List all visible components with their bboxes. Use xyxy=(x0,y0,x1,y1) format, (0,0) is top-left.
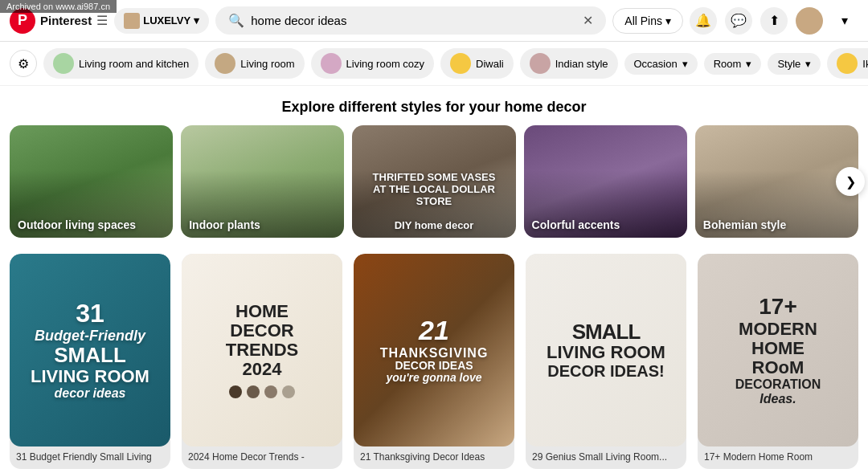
styles-next-button[interactable]: ❯ xyxy=(836,167,865,196)
pin-title-1: 31 Budget Friendly Small Living xyxy=(10,446,170,469)
pin-overlay-4: SMALL LIVING ROOM DECOR IDEAS! xyxy=(526,254,686,446)
chip-label: Living room cozy xyxy=(346,58,425,70)
style-card-colorful[interactable]: Colorful accents xyxy=(524,125,687,238)
pin-card-5[interactable]: 17+ MODERN HOME ROoM DECORATION Ideas. 1… xyxy=(698,254,858,469)
pin-title-4: 29 Genius Small Living Room... xyxy=(526,446,686,469)
filter-chip-room[interactable]: Room ▾ xyxy=(704,53,762,75)
all-pins-button[interactable]: All Pins ▾ xyxy=(612,8,683,34)
filter-chip-living-room-cozy[interactable]: Living room cozy xyxy=(311,48,435,79)
notifications-button[interactable]: 🔔 xyxy=(690,7,717,35)
swatch-1 xyxy=(229,385,242,398)
chip-img-indian-style xyxy=(530,53,551,74)
style-card-bohemian[interactable]: Bohemian style xyxy=(695,125,858,238)
pin-card-2[interactable]: HOME DECOR TRENDS 2024 2024 Home Decor T… xyxy=(182,254,342,469)
search-bar: 🔍 ✕ xyxy=(215,6,606,35)
pin-image-1: 31 Budget-Friendly SMALL LIVING ROOM dec… xyxy=(10,254,170,446)
hamburger-icon[interactable]: ☰ xyxy=(96,13,108,28)
chip-img-living-room-kitchen xyxy=(53,53,74,74)
chip-label: Room xyxy=(714,58,742,70)
style-card-label: Bohemian style xyxy=(703,218,786,231)
search-input[interactable] xyxy=(251,14,576,27)
pin-title-2: 2024 Home Decor Trends - xyxy=(182,446,342,469)
pin-column-4: SMALL LIVING ROOM DECOR IDEAS! 29 Genius… xyxy=(526,254,686,469)
style-card-diy[interactable]: THRIFTED SOME VASESAT THE LOCAL DOLLARST… xyxy=(352,125,515,238)
filter-chip-ikea[interactable]: Ikea xyxy=(827,48,868,79)
swatch-4 xyxy=(282,385,295,398)
pin-overlay-2: HOME DECOR TRENDS 2024 xyxy=(182,254,342,446)
filter-chip-occasion[interactable]: Occasion ▾ xyxy=(624,53,698,75)
swatch-3 xyxy=(264,385,277,398)
chip-label: Ikea xyxy=(862,58,868,70)
style-card-outdoor[interactable]: Outdoor living spaces xyxy=(10,125,173,238)
filter-chip-living-room-kitchen[interactable]: Living room and kitchen xyxy=(43,48,199,79)
archived-banner: Archived on www.ai987.cn xyxy=(0,0,117,13)
chip-label: Living room and kitchen xyxy=(79,58,189,70)
search-clear-icon[interactable]: ✕ xyxy=(583,13,593,28)
chip-img-living-room-cozy xyxy=(321,53,342,74)
avatar[interactable] xyxy=(796,7,823,35)
chevron-down-icon: ▾ xyxy=(682,58,688,70)
style-card-label: THRIFTED SOME VASESAT THE LOCAL DOLLARST… xyxy=(352,171,515,231)
pin-title-5: 17+ Modern Home Room xyxy=(698,446,858,469)
filter-chip-style[interactable]: Style ▾ xyxy=(768,53,821,75)
messages-button[interactable]: 💬 xyxy=(725,7,752,35)
topbar-icons: 🔔 💬 ⬆ ▾ xyxy=(690,7,858,35)
pin-card-1[interactable]: 31 Budget-Friendly SMALL LIVING ROOM dec… xyxy=(10,254,170,469)
styles-row: Outdoor living spaces Indoor plants THRI… xyxy=(10,125,858,238)
pin-overlay-1: 31 Budget-Friendly SMALL LIVING ROOM dec… xyxy=(10,254,170,446)
chip-label: Style xyxy=(777,58,800,70)
pin-column-3: 21 THANKSGIVING DECOR IDEAS you're gonna… xyxy=(354,254,514,469)
style-card-plants[interactable]: Indoor plants xyxy=(181,125,344,238)
chip-img-living-room xyxy=(215,53,235,74)
chevron-down-icon: ▾ xyxy=(805,58,811,70)
pin-grid: 31 Budget-Friendly SMALL LIVING ROOM dec… xyxy=(10,254,858,469)
filter-settings-button[interactable]: ⚙ xyxy=(10,50,37,77)
filter-chip-diwali[interactable]: Diwali xyxy=(440,48,514,79)
chip-img-diwali xyxy=(450,53,471,74)
pin-column-5: 17+ MODERN HOME ROoM DECORATION Ideas. 1… xyxy=(698,254,858,469)
filter-chip-living-room[interactable]: Living room xyxy=(205,48,304,79)
upload-button[interactable]: ⬆ xyxy=(760,7,788,35)
pin-title-3: 21 Thanksgiving Decor Ideas xyxy=(354,446,514,469)
chip-label: Indian style xyxy=(555,58,608,70)
search-icon: 🔍 xyxy=(228,13,244,28)
style-card-label: Outdoor living spaces xyxy=(18,218,136,231)
main-content: Explore different styles for your home d… xyxy=(0,86,868,469)
section-title: Explore different styles for your home d… xyxy=(10,86,858,125)
pin-image-3: 21 THANKSGIVING DECOR IDEAS you're gonna… xyxy=(354,254,514,446)
filter-chip-indian-style[interactable]: Indian style xyxy=(520,48,618,79)
style-card-label: Colorful accents xyxy=(532,218,620,231)
chip-label: Living room xyxy=(240,58,294,70)
pin-image-2: HOME DECOR TRENDS 2024 xyxy=(182,254,342,446)
pin-column-1: 31 Budget-Friendly SMALL LIVING ROOM dec… xyxy=(10,254,170,469)
style-card-label: Indoor plants xyxy=(189,218,260,231)
pin-image-4: SMALL LIVING ROOM DECOR IDEAS! xyxy=(526,254,686,446)
pin-column-2: HOME DECOR TRENDS 2024 2024 Home Decor T… xyxy=(182,254,342,469)
pin-image-5: 17+ MODERN HOME ROoM DECORATION Ideas. xyxy=(698,254,858,446)
topbar: P Pinterest ☰ LUXELVY ▾ 🔍 ✕ All Pins ▾ 🔔… xyxy=(0,0,868,42)
chip-label: Diwali xyxy=(476,58,504,70)
swatch-2 xyxy=(247,385,260,398)
pin-overlay-3: 21 THANKSGIVING DECOR IDEAS you're gonna… xyxy=(354,254,514,446)
chip-label: Occasion xyxy=(634,58,678,70)
account-menu-button[interactable]: ▾ xyxy=(831,7,858,35)
pin-overlay-5: 17+ MODERN HOME ROoM DECORATION Ideas. xyxy=(698,254,858,446)
pin-card-4[interactable]: SMALL LIVING ROOM DECOR IDEAS! 29 Genius… xyxy=(526,254,686,469)
pinterest-label: Pinterest xyxy=(40,14,92,27)
chevron-down-icon: ▾ xyxy=(746,58,751,70)
luxelvy-button[interactable]: LUXELVY ▾ xyxy=(114,8,209,34)
filterbar: ⚙ Living room and kitchen Living room Li… xyxy=(0,42,868,86)
pin-card-3[interactable]: 21 THANKSGIVING DECOR IDEAS you're gonna… xyxy=(354,254,514,469)
chip-img-ikea xyxy=(837,53,858,74)
